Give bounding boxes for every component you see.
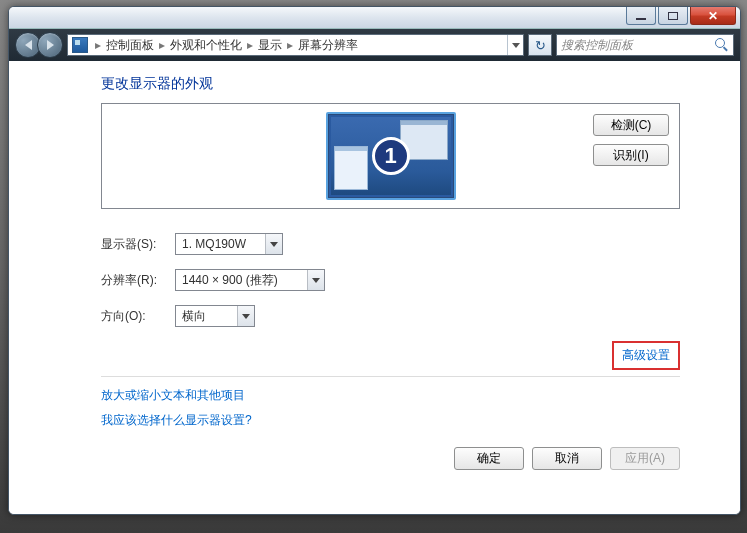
divider [101,376,680,377]
advanced-settings-link[interactable]: 高级设置 [612,341,680,370]
resolution-value: 1440 × 900 (推荐) [182,272,278,289]
arrow-right-icon [47,40,54,50]
monitor-arrangement-box: 1 检测(C) 识别(I) [101,103,680,209]
ok-button[interactable]: 确定 [454,447,524,470]
content-area: 更改显示器的外观 1 检测(C) 识别(I) 显示器(S): 1. MQ190W [9,61,740,514]
identify-button[interactable]: 识别(I) [593,144,669,166]
cancel-button[interactable]: 取消 [532,447,602,470]
page-title: 更改显示器的外观 [101,75,680,93]
resolution-dropdown[interactable]: 1440 × 900 (推荐) [175,269,325,291]
display-label: 显示器(S): [101,236,175,253]
orientation-label: 方向(O): [101,308,175,325]
refresh-icon: ↻ [535,38,546,53]
close-icon: ✕ [708,9,718,23]
chevron-down-icon [270,242,278,247]
refresh-button[interactable]: ↻ [528,34,552,56]
display-value: 1. MQ190W [182,237,246,251]
detect-button[interactable]: 检测(C) [593,114,669,136]
breadcrumb-resolution[interactable]: 屏幕分辨率 [296,37,360,54]
breadcrumb-appearance[interactable]: 外观和个性化 [168,37,244,54]
text-size-link[interactable]: 放大或缩小文本和其他项目 [101,387,680,404]
close-button[interactable]: ✕ [690,7,736,25]
control-panel-icon [72,37,88,53]
breadcrumb-root[interactable]: 控制面板 [104,37,156,54]
search-icon [715,38,729,52]
navbar: ▸ 控制面板 ▸ 外观和个性化 ▸ 显示 ▸ 屏幕分辨率 ↻ 搜索控制面板 [9,29,740,61]
minimize-button[interactable] [626,7,656,25]
window: ✕ ▸ 控制面板 ▸ 外观和个性化 ▸ 显示 ▸ 屏幕分辨率 ↻ 搜索控制面板 … [8,6,741,515]
orientation-value: 横向 [182,308,206,325]
resolution-label: 分辨率(R): [101,272,175,289]
arrow-left-icon [25,40,32,50]
search-input[interactable]: 搜索控制面板 [556,34,734,56]
address-bar[interactable]: ▸ 控制面板 ▸ 外观和个性化 ▸ 显示 ▸ 屏幕分辨率 [67,34,524,56]
breadcrumb-display[interactable]: 显示 [256,37,284,54]
maximize-button[interactable] [658,7,688,25]
chevron-down-icon [312,278,320,283]
monitor-preview-1[interactable]: 1 [326,112,456,200]
chevron-down-icon [242,314,250,319]
which-display-link[interactable]: 我应该选择什么显示器设置? [101,412,680,429]
titlebar: ✕ [9,7,740,29]
search-placeholder: 搜索控制面板 [561,37,633,54]
monitor-number-badge: 1 [372,137,410,175]
forward-button[interactable] [37,32,63,58]
display-dropdown[interactable]: 1. MQ190W [175,233,283,255]
chevron-down-icon [512,43,520,48]
apply-button: 应用(A) [610,447,680,470]
address-dropdown[interactable] [507,35,523,55]
orientation-dropdown[interactable]: 横向 [175,305,255,327]
